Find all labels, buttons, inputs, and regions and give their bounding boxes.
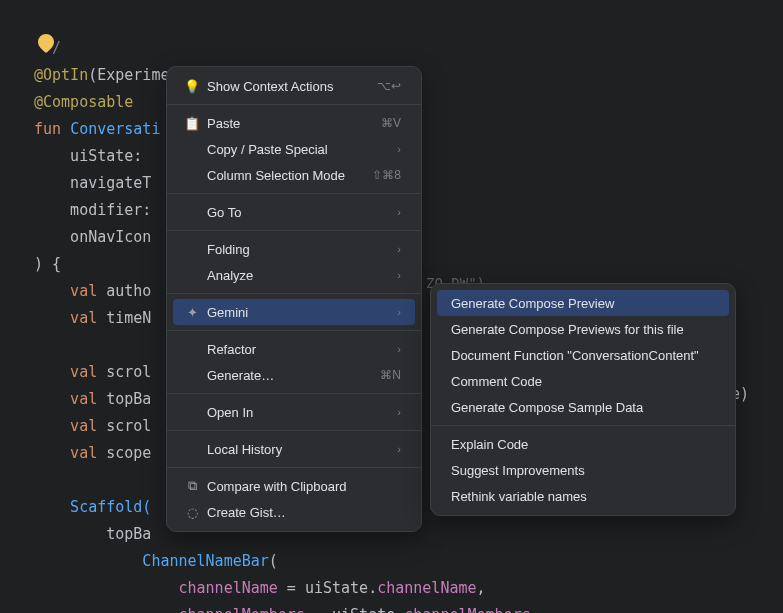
submenu-item-label: Generate Compose Preview [451,296,614,311]
submenu-item-generate-compose-preview[interactable]: Generate Compose Preview [437,290,729,316]
menu-item-copy-paste-special[interactable]: Copy / Paste Special› [173,136,415,162]
menu-item-label: Compare with Clipboard [207,479,401,494]
submenu-item-label: Explain Code [451,437,528,452]
menu-item-label: Refactor [207,342,389,357]
menu-item-label: Generate… [207,368,370,383]
chevron-right-icon: › [397,206,401,218]
menu-item-folding[interactable]: Folding› [173,236,415,262]
submenu-item-label: Generate Compose Previews for this file [451,322,684,337]
menu-separator [431,425,735,426]
submenu-item-label: Suggest Improvements [451,463,585,478]
menu-item-show-context-actions[interactable]: 💡Show Context Actions⌥↩ [173,73,415,99]
menu-separator [167,467,421,468]
code-text: Scaffold( [34,498,151,516]
code-text: val [34,444,106,462]
code-text: ) { [34,255,61,273]
gemini-icon: ✦ [183,305,201,320]
menu-item-column-selection-mode[interactable]: Column Selection Mode⇧⌘8 [173,162,415,188]
gemini-submenu: Generate Compose PreviewGenerate Compose… [430,283,736,516]
menu-separator [167,193,421,194]
menu-item-analyze[interactable]: Analyze› [173,262,415,288]
submenu-item-comment-code[interactable]: Comment Code [437,368,729,394]
code-text: @Composable [34,93,133,111]
code-text: = uiState. [305,606,404,613]
code-text: ChannelNameBar [34,552,269,570]
code-text: val [34,390,106,408]
menu-item-refactor[interactable]: Refactor› [173,336,415,362]
code-text: channelMembers [404,606,530,613]
code-text: navigateT [34,174,151,192]
submenu-item-label: Comment Code [451,374,542,389]
menu-item-label: Folding [207,242,389,257]
menu-item-label: Paste [207,116,371,131]
submenu-item-document-function-conversationcontent[interactable]: Document Function "ConversationContent" [437,342,729,368]
code-text: uiState: [34,147,151,165]
code-text: modifier: [34,201,151,219]
menu-item-open-in[interactable]: Open In› [173,399,415,425]
compare-icon: ⧉ [183,478,201,494]
code-text: channelName [34,579,278,597]
menu-item-label: Open In [207,405,389,420]
code-text: = uiState. [278,579,377,597]
menu-item-local-history[interactable]: Local History› [173,436,415,462]
code-text: channelName [377,579,476,597]
code-text: scrol [106,417,151,435]
menu-item-go-to[interactable]: Go To› [173,199,415,225]
code-text: scope [106,444,151,462]
chevron-right-icon: › [397,406,401,418]
chevron-right-icon: › [397,343,401,355]
chevron-right-icon: › [397,143,401,155]
code-text: scrol [106,363,151,381]
chevron-right-icon: › [397,306,401,318]
menu-item-label: Column Selection Mode [207,168,362,183]
menu-item-paste[interactable]: 📋Paste⌘V [173,110,415,136]
code-text: autho [106,282,151,300]
context-menu: 💡Show Context Actions⌥↩📋Paste⌘VCopy / Pa… [166,66,422,532]
chevron-right-icon: › [397,443,401,455]
menu-item-label: Copy / Paste Special [207,142,389,157]
clipboard-icon: 📋 [183,116,201,131]
menu-item-label: Show Context Actions [207,79,367,94]
menu-item-generate[interactable]: Generate…⌘N [173,362,415,388]
submenu-item-rethink-variable-names[interactable]: Rethink variable names [437,483,729,509]
code-text: onNavIcon [34,228,151,246]
submenu-item-explain-code[interactable]: Explain Code [437,431,729,457]
code-text: channelMembers [34,606,305,613]
code-text: val [34,363,106,381]
menu-item-gemini[interactable]: ✦Gemini› [173,299,415,325]
menu-shortcut: ⌘N [380,368,401,382]
code-text: , [477,579,486,597]
code-text: , [531,606,540,613]
code-text: val [34,309,106,327]
menu-item-label: Analyze [207,268,389,283]
chevron-right-icon: › [397,243,401,255]
code-text: topBa [106,390,151,408]
code-text: timeN [106,309,151,327]
menu-separator [167,104,421,105]
bulb-icon: 💡 [183,79,201,94]
chevron-right-icon: › [397,269,401,281]
submenu-item-label: Document Function "ConversationContent" [451,348,699,363]
submenu-item-suggest-improvements[interactable]: Suggest Improvements [437,457,729,483]
code-text: val [34,417,106,435]
github-icon: ◌ [183,505,201,520]
menu-shortcut: ⇧⌘8 [372,168,401,182]
code-text: ( [269,552,278,570]
code-text: topBa [34,525,151,543]
menu-shortcut: ⌥↩ [377,79,401,93]
menu-separator [167,230,421,231]
menu-item-compare-with-clipboard[interactable]: ⧉Compare with Clipboard [173,473,415,499]
menu-separator [167,330,421,331]
menu-item-label: Go To [207,205,389,220]
submenu-item-label: Rethink variable names [451,489,587,504]
menu-separator [167,393,421,394]
menu-separator [167,430,421,431]
menu-item-label: Create Gist… [207,505,401,520]
code-text: fun [34,120,70,138]
menu-item-create-gist[interactable]: ◌Create Gist… [173,499,415,525]
code-text: @OptIn [34,66,88,84]
code-text: val [34,282,106,300]
menu-separator [167,293,421,294]
submenu-item-generate-compose-sample-data[interactable]: Generate Compose Sample Data [437,394,729,420]
submenu-item-generate-compose-previews-for-this-file[interactable]: Generate Compose Previews for this file [437,316,729,342]
